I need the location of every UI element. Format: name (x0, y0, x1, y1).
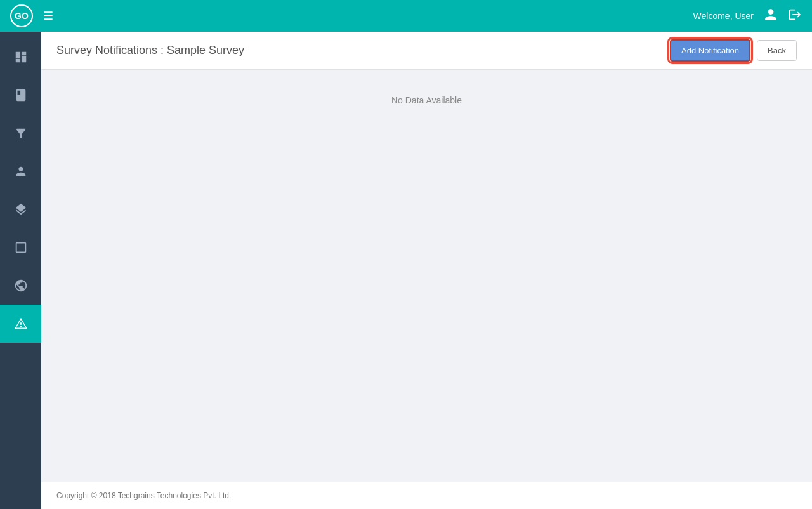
page-header: Survey Notifications : Sample Survey Add… (41, 32, 812, 70)
sidebar-item-page[interactable] (0, 228, 41, 267)
user-icon[interactable] (764, 8, 778, 25)
sidebar-item-books[interactable] (0, 76, 41, 114)
sidebar-item-person[interactable] (0, 152, 41, 190)
sidebar-item-settings[interactable] (0, 267, 41, 305)
navbar-left: GO ☰ (10, 4, 53, 27)
navbar: GO ☰ Welcome, User (0, 0, 812, 32)
sidebar-item-filter[interactable] (0, 114, 41, 152)
sidebar-item-notification[interactable] (0, 305, 41, 343)
back-button[interactable]: Back (757, 40, 797, 61)
sidebar (0, 32, 41, 509)
welcome-text: Welcome, User (693, 11, 754, 21)
footer-text: Copyright © 2018 Techgrains Technologies… (56, 491, 231, 500)
page-title: Survey Notifications : Sample Survey (56, 44, 244, 57)
main-layout: Survey Notifications : Sample Survey Add… (0, 32, 812, 509)
app-logo[interactable]: GO (10, 4, 33, 27)
navbar-right: Welcome, User (693, 8, 802, 25)
header-actions: Add Notification Back (670, 39, 797, 62)
no-data-text: No Data Available (391, 95, 462, 105)
add-notification-button[interactable]: Add Notification (670, 39, 750, 62)
logout-icon[interactable] (788, 8, 802, 25)
content-area: Survey Notifications : Sample Survey Add… (41, 32, 812, 509)
sidebar-item-layers[interactable] (0, 190, 41, 228)
hamburger-icon[interactable]: ☰ (43, 9, 53, 23)
footer: Copyright © 2018 Techgrains Technologies… (41, 482, 812, 509)
page-content: No Data Available (41, 70, 812, 482)
sidebar-item-dashboard[interactable] (0, 38, 41, 76)
